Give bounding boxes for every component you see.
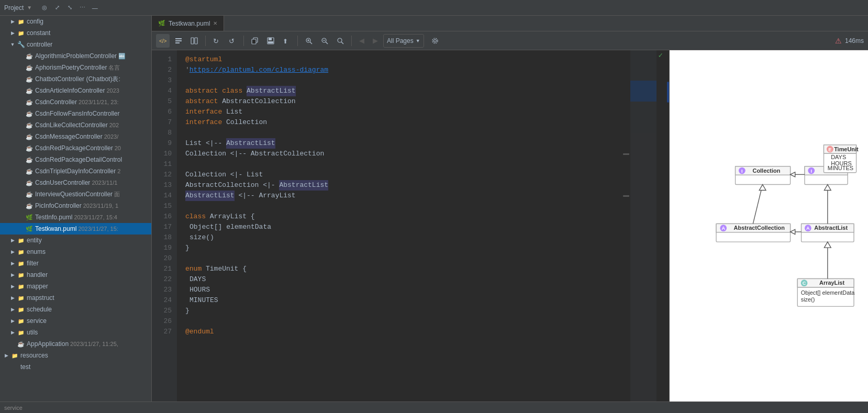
sidebar-item-picinfo[interactable]: ☕ PicInfoController 2023/11/19, 1 (0, 200, 151, 211)
zoom-in-btn[interactable] (302, 34, 316, 48)
java-icon-csdn: ☕ (25, 98, 34, 106)
tab-close-testkwan[interactable]: ✕ (213, 20, 217, 26)
sidebar-item-utils[interactable]: 📁 utils (0, 327, 151, 338)
sidebar-item-csdn-like[interactable]: ☕ CsdnLikeCollectController 202 (0, 119, 151, 131)
syntax-check-icon: ✓ (659, 50, 663, 61)
svg-text:C: C (803, 281, 806, 286)
target-icon[interactable]: ◎ (40, 4, 49, 12)
svg-text:A: A (721, 226, 725, 231)
java-icon-chatbot: ☕ (25, 75, 34, 83)
save-btn[interactable] (264, 34, 277, 48)
sidebar-label-config: config (27, 18, 43, 25)
svg-text:A: A (806, 226, 810, 231)
sidebar-item-interview[interactable]: ☕ InterviewQuestionController 面 (0, 188, 151, 200)
tree-arrow-resources (2, 351, 10, 360)
sidebar-item-csdn-redpkg-detail[interactable]: ☕ CsdnRedPackageDetailControl (0, 154, 151, 165)
sidebar-item-resources[interactable]: 📁 resources (0, 350, 151, 361)
back-btn[interactable]: ↺ (226, 34, 239, 48)
sidebar-item-aphorism[interactable]: ☕ AphorismPoetryController 名言 (0, 62, 151, 73)
sidebar-item-csdn[interactable]: ☕ CsdnController 2023/11/21, 23: (0, 96, 151, 108)
settings-btn[interactable] (428, 34, 442, 48)
minimize-window-icon[interactable]: — (91, 4, 99, 12)
svg-point-21 (338, 38, 342, 42)
sidebar-item-test[interactable]: test (0, 361, 151, 373)
nav-prev-btn[interactable]: ◀ (356, 34, 368, 48)
tree-arrow-config (8, 17, 17, 26)
tab-testkwan[interactable]: 🌿 Testkwan.puml ✕ (152, 16, 224, 31)
shrink-icon[interactable]: ⤡ (65, 4, 74, 12)
code-body-17: Object[] elementData (185, 222, 271, 232)
sidebar-label-csdn-redpkg: CsdnRedPackageController (35, 144, 113, 152)
toolbar-sep1 (205, 36, 206, 46)
code-line-16: class ArrayList { (185, 211, 669, 222)
refresh-btn[interactable]: ↻ (210, 34, 224, 48)
sidebar-item-mapper[interactable]: 📁 mapper (0, 281, 151, 292)
code-line-25: } (185, 306, 669, 316)
sidebar-item-constant[interactable]: 📁 constant (0, 27, 151, 39)
code-relation-14a: AbstractList (185, 191, 235, 201)
zoom-fit-btn[interactable] (333, 34, 347, 48)
sidebar-item-chatbot[interactable]: ☕ ChatbotController (Chatbot)表: (0, 73, 151, 85)
copy-btn[interactable] (248, 34, 262, 48)
java-icon-interview: ☕ (25, 190, 34, 198)
code-content-2b: https://plantuml.com/class-diagram (190, 65, 328, 75)
sidebar-item-handler[interactable]: 📁 handler (0, 269, 151, 281)
format-btn[interactable] (172, 34, 185, 48)
sidebar-item-appapplication[interactable]: ☕ AppApplication 2023/11/27, 11:25, (0, 338, 151, 350)
kw-interface-7: interface (185, 117, 226, 128)
java-icon-csdn-follow: ☕ (25, 109, 34, 118)
pages-dropdown[interactable]: All Pages ▼ (383, 34, 424, 48)
sidebar-item-schedule[interactable]: 📁 schedule (0, 304, 151, 315)
code-area[interactable]: ✓ @startuml 'https://plantuml.com/class-… (177, 50, 669, 401)
expand-icon[interactable]: ⤢ (53, 4, 61, 12)
folder-icon: 📁 (17, 17, 25, 26)
sidebar-item-csdn-article[interactable]: ☕ CsdnArticleInfoController 2023 (0, 85, 151, 96)
split-view-btn[interactable] (187, 34, 201, 48)
sidebar-item-entity[interactable]: 📁 entity (0, 235, 151, 246)
code-line-12: Collection <|- List (185, 170, 669, 180)
sidebar-item-mapstruct[interactable]: 📁 mapstruct (0, 292, 151, 304)
menu-icon[interactable]: ⋯ (78, 4, 86, 12)
sidebar-label-controller: controller (27, 41, 52, 48)
sidebar-item-algorithmic[interactable]: ☕ AlgorithmicProblemController 🔤 (0, 50, 151, 62)
zoom-out-btn[interactable] (318, 34, 331, 48)
code-line-10: Collection <|-- AbstractCollection (185, 149, 669, 159)
sidebar-item-enums[interactable]: 📁 enums (0, 246, 151, 258)
sidebar-item-csdn-user[interactable]: ☕ CsdnUserController 2023/11/1 (0, 177, 151, 188)
editor-content: 1 2 3 4 5 6 7 8 9 10 11 12 13 14 15 16 1… (152, 50, 868, 401)
tree-arrow-filter (8, 259, 17, 267)
controller-icon: 🔧 (17, 40, 25, 49)
code-view-btn[interactable]: </> (156, 34, 170, 48)
code-content-27: @enduml (185, 327, 214, 337)
folder-icon-constant: 📁 (17, 29, 25, 37)
tree-arrow-mapstruct (8, 294, 17, 302)
timing-alert-icon: ⚠ (835, 37, 842, 45)
minimap (630, 50, 656, 401)
sidebar-item-csdn-follow[interactable]: ☕ CsdnFollowFansInfoController (0, 108, 151, 119)
sidebar-suffix-interview: 面 (114, 191, 120, 198)
sidebar-item-testinfo[interactable]: 🌿 TestInfo.puml 2023/11/27, 15:4 (0, 211, 151, 223)
svg-text:AbstractList: AbstractList (814, 225, 848, 231)
project-label[interactable]: Project (4, 4, 24, 12)
sidebar-item-service[interactable]: 📁 service (0, 315, 151, 327)
code-line-15 (185, 201, 669, 211)
export-btn[interactable]: ⬆ (280, 34, 293, 48)
sidebar-item-testkwan[interactable]: 🌿 Testkwan.puml 2023/11/27, 15: (0, 223, 151, 235)
code-line-4: abstract class AbstractList (185, 86, 669, 96)
sidebar-item-controller[interactable]: 🔧 controller (0, 39, 151, 50)
code-body-19: } (185, 243, 190, 253)
sidebar-item-csdn-triplet[interactable]: ☕ CsdnTripletDayInfoController 2 (0, 165, 151, 177)
uml-diagram: .uml-box { fill: white; stroke: #aaa; st… (670, 50, 868, 401)
sidebar-item-config[interactable]: 📁 config (0, 16, 151, 27)
sidebar-item-csdn-redpkg[interactable]: ☕ CsdnRedPackageController 20 (0, 142, 151, 154)
kw-class-16: class (185, 211, 210, 222)
svg-rect-1 (175, 38, 182, 39)
svg-rect-5 (195, 38, 197, 44)
java-icon-picinfo: ☕ (25, 202, 34, 210)
sidebar-item-filter[interactable]: 📁 filter (0, 258, 151, 269)
title-bar: Project ▼ ◎ ⤢ ⤡ ⋯ — (0, 0, 868, 16)
code-collection-7: Collection (226, 117, 267, 128)
nav-next-btn[interactable]: ▶ (370, 34, 381, 48)
sidebar-item-csdn-msg[interactable]: ☕ CsdnMessageController 2023/ (0, 131, 151, 142)
chevron-down-icon[interactable]: ▼ (27, 5, 32, 10)
